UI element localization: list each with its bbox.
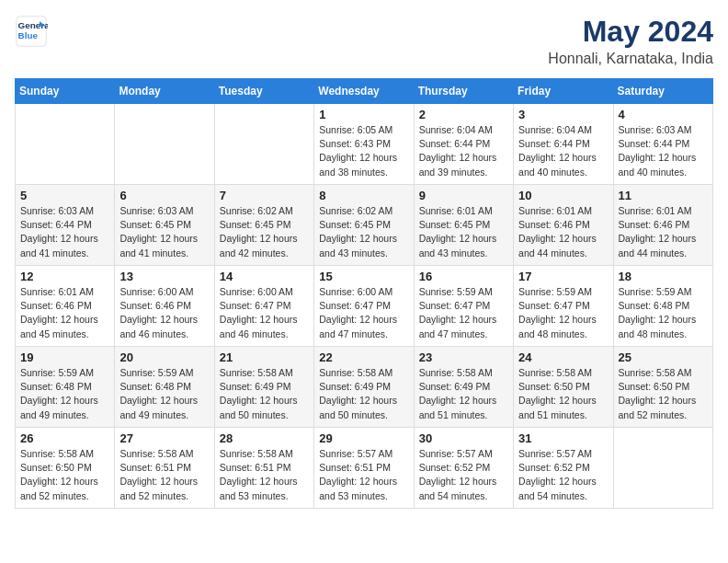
week-row-2: 5Sunrise: 6:03 AM Sunset: 6:44 PM Daylig… xyxy=(16,185,713,266)
calendar-cell xyxy=(115,104,214,185)
day-number: 12 xyxy=(20,270,109,283)
day-number: 4 xyxy=(619,108,708,121)
day-number: 3 xyxy=(518,108,608,121)
day-header-saturday: Saturday xyxy=(613,79,712,104)
calendar-cell: 20Sunrise: 5:59 AM Sunset: 6:48 PM Dayli… xyxy=(115,347,214,428)
day-info: Sunrise: 6:01 AM Sunset: 6:45 PM Dayligh… xyxy=(419,204,508,260)
day-info: Sunrise: 6:02 AM Sunset: 6:45 PM Dayligh… xyxy=(319,204,408,260)
day-number: 22 xyxy=(319,350,408,364)
day-number: 10 xyxy=(518,189,608,202)
calendar-cell: 30Sunrise: 5:57 AM Sunset: 6:52 PM Dayli… xyxy=(414,428,513,509)
calendar-cell xyxy=(613,428,712,509)
calendar-cell: 17Sunrise: 5:59 AM Sunset: 6:47 PM Dayli… xyxy=(514,266,613,347)
calendar-subtitle: Honnali, Karnataka, India xyxy=(548,51,713,67)
day-number: 8 xyxy=(319,189,408,202)
day-info: Sunrise: 6:00 AM Sunset: 6:47 PM Dayligh… xyxy=(319,285,408,341)
day-info: Sunrise: 5:58 AM Sunset: 6:49 PM Dayligh… xyxy=(319,366,408,422)
day-info: Sunrise: 5:58 AM Sunset: 6:50 PM Dayligh… xyxy=(20,447,109,503)
day-number: 1 xyxy=(319,108,408,121)
day-info: Sunrise: 6:04 AM Sunset: 6:44 PM Dayligh… xyxy=(518,123,608,179)
week-row-3: 12Sunrise: 6:01 AM Sunset: 6:46 PM Dayli… xyxy=(16,266,713,347)
calendar-cell: 4Sunrise: 6:03 AM Sunset: 6:44 PM Daylig… xyxy=(613,104,712,185)
calendar-title: May 2024 xyxy=(548,15,713,49)
day-header-friday: Friday xyxy=(514,79,613,104)
day-number: 9 xyxy=(419,189,508,202)
day-info: Sunrise: 5:58 AM Sunset: 6:49 PM Dayligh… xyxy=(419,366,508,422)
day-info: Sunrise: 6:00 AM Sunset: 6:46 PM Dayligh… xyxy=(119,285,209,341)
day-info: Sunrise: 6:03 AM Sunset: 6:44 PM Dayligh… xyxy=(619,123,708,179)
calendar-cell: 21Sunrise: 5:58 AM Sunset: 6:49 PM Dayli… xyxy=(214,347,313,428)
day-info: Sunrise: 6:03 AM Sunset: 6:45 PM Dayligh… xyxy=(119,204,209,260)
day-number: 20 xyxy=(119,350,209,364)
day-info: Sunrise: 5:59 AM Sunset: 6:47 PM Dayligh… xyxy=(518,285,608,341)
calendar-cell: 14Sunrise: 6:00 AM Sunset: 6:47 PM Dayli… xyxy=(214,266,313,347)
day-info: Sunrise: 6:01 AM Sunset: 6:46 PM Dayligh… xyxy=(518,204,608,260)
calendar-cell: 12Sunrise: 6:01 AM Sunset: 6:46 PM Dayli… xyxy=(16,266,115,347)
day-header-tuesday: Tuesday xyxy=(214,79,313,104)
calendar-cell: 29Sunrise: 5:57 AM Sunset: 6:51 PM Dayli… xyxy=(314,428,414,509)
day-number: 25 xyxy=(619,350,708,364)
day-number: 21 xyxy=(220,350,309,364)
calendar-cell: 6Sunrise: 6:03 AM Sunset: 6:45 PM Daylig… xyxy=(115,185,214,266)
title-area: May 2024 Honnali, Karnataka, India xyxy=(548,15,713,67)
day-info: Sunrise: 6:04 AM Sunset: 6:44 PM Dayligh… xyxy=(419,123,508,179)
calendar-cell: 15Sunrise: 6:00 AM Sunset: 6:47 PM Dayli… xyxy=(314,266,414,347)
calendar-cell: 2Sunrise: 6:04 AM Sunset: 6:44 PM Daylig… xyxy=(414,104,513,185)
day-number: 6 xyxy=(119,189,209,202)
calendar-cell: 5Sunrise: 6:03 AM Sunset: 6:44 PM Daylig… xyxy=(16,185,115,266)
day-number: 27 xyxy=(119,431,209,445)
calendar-cell: 3Sunrise: 6:04 AM Sunset: 6:44 PM Daylig… xyxy=(514,104,613,185)
calendar-cell: 19Sunrise: 5:59 AM Sunset: 6:48 PM Dayli… xyxy=(16,347,115,428)
day-number: 30 xyxy=(419,431,508,445)
week-row-1: 1Sunrise: 6:05 AM Sunset: 6:43 PM Daylig… xyxy=(16,104,713,185)
calendar-table: SundayMondayTuesdayWednesdayThursdayFrid… xyxy=(15,78,713,509)
calendar-cell: 8Sunrise: 6:02 AM Sunset: 6:45 PM Daylig… xyxy=(314,185,414,266)
day-number: 11 xyxy=(619,189,708,202)
day-number: 31 xyxy=(518,431,608,445)
day-info: Sunrise: 5:59 AM Sunset: 6:48 PM Dayligh… xyxy=(20,366,109,422)
day-info: Sunrise: 5:57 AM Sunset: 6:52 PM Dayligh… xyxy=(518,447,608,503)
day-info: Sunrise: 5:57 AM Sunset: 6:51 PM Dayligh… xyxy=(319,447,408,503)
day-info: Sunrise: 5:57 AM Sunset: 6:52 PM Dayligh… xyxy=(419,447,508,503)
day-number: 5 xyxy=(20,189,109,202)
day-header-wednesday: Wednesday xyxy=(314,79,414,104)
day-info: Sunrise: 5:59 AM Sunset: 6:47 PM Dayligh… xyxy=(419,285,508,341)
calendar-cell: 16Sunrise: 5:59 AM Sunset: 6:47 PM Dayli… xyxy=(414,266,513,347)
week-row-5: 26Sunrise: 5:58 AM Sunset: 6:50 PM Dayli… xyxy=(16,428,713,509)
day-info: Sunrise: 5:58 AM Sunset: 6:50 PM Dayligh… xyxy=(619,366,708,422)
calendar-cell xyxy=(214,104,313,185)
logo: General Blue xyxy=(15,15,48,48)
calendar-cell: 28Sunrise: 5:58 AM Sunset: 6:51 PM Dayli… xyxy=(214,428,313,509)
day-number: 28 xyxy=(220,431,309,445)
day-number: 13 xyxy=(119,270,209,283)
day-number: 18 xyxy=(619,270,708,283)
day-info: Sunrise: 5:59 AM Sunset: 6:48 PM Dayligh… xyxy=(619,285,708,341)
day-header-sunday: Sunday xyxy=(16,79,115,104)
svg-text:Blue: Blue xyxy=(18,30,39,40)
calendar-cell: 7Sunrise: 6:02 AM Sunset: 6:45 PM Daylig… xyxy=(214,185,313,266)
day-number: 7 xyxy=(220,189,309,202)
calendar-cell: 26Sunrise: 5:58 AM Sunset: 6:50 PM Dayli… xyxy=(16,428,115,509)
calendar-cell: 24Sunrise: 5:58 AM Sunset: 6:50 PM Dayli… xyxy=(514,347,613,428)
calendar-cell xyxy=(16,104,115,185)
calendar-cell: 22Sunrise: 5:58 AM Sunset: 6:49 PM Dayli… xyxy=(314,347,414,428)
day-info: Sunrise: 6:03 AM Sunset: 6:44 PM Dayligh… xyxy=(20,204,109,260)
day-number: 17 xyxy=(518,270,608,283)
day-info: Sunrise: 6:05 AM Sunset: 6:43 PM Dayligh… xyxy=(319,123,408,179)
calendar-cell: 25Sunrise: 5:58 AM Sunset: 6:50 PM Dayli… xyxy=(613,347,712,428)
calendar-cell: 31Sunrise: 5:57 AM Sunset: 6:52 PM Dayli… xyxy=(514,428,613,509)
day-number: 19 xyxy=(20,350,109,364)
day-info: Sunrise: 5:58 AM Sunset: 6:49 PM Dayligh… xyxy=(220,366,309,422)
day-info: Sunrise: 5:58 AM Sunset: 6:51 PM Dayligh… xyxy=(119,447,209,503)
day-number: 24 xyxy=(518,350,608,364)
day-number: 16 xyxy=(419,270,508,283)
day-info: Sunrise: 6:01 AM Sunset: 6:46 PM Dayligh… xyxy=(20,285,109,341)
calendar-cell: 9Sunrise: 6:01 AM Sunset: 6:45 PM Daylig… xyxy=(414,185,513,266)
calendar-cell: 13Sunrise: 6:00 AM Sunset: 6:46 PM Dayli… xyxy=(115,266,214,347)
day-number: 29 xyxy=(319,431,408,445)
calendar-cell: 11Sunrise: 6:01 AM Sunset: 6:46 PM Dayli… xyxy=(613,185,712,266)
calendar-cell: 18Sunrise: 5:59 AM Sunset: 6:48 PM Dayli… xyxy=(613,266,712,347)
day-info: Sunrise: 5:59 AM Sunset: 6:48 PM Dayligh… xyxy=(119,366,209,422)
day-number: 26 xyxy=(20,431,109,445)
day-number: 23 xyxy=(419,350,508,364)
